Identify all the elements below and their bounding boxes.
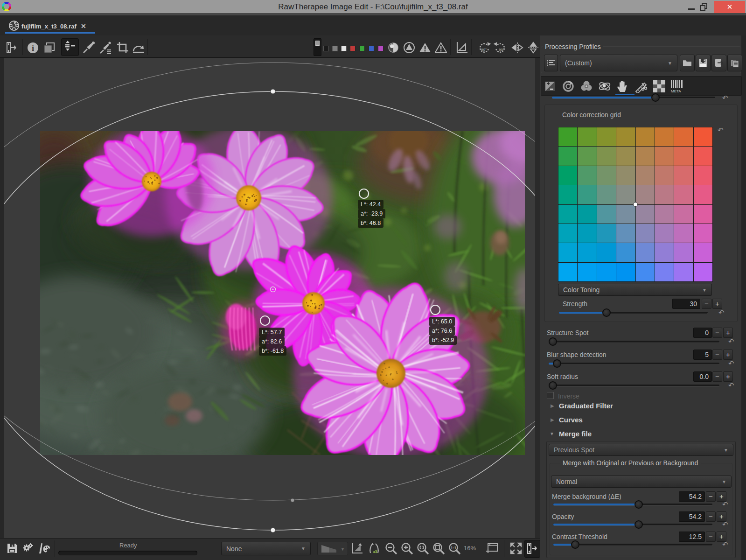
svg-text:1:1: 1:1 — [451, 546, 457, 550]
svg-text:i: i — [32, 43, 34, 52]
svg-text:90°: 90° — [481, 48, 487, 52]
svg-text:META: META — [671, 89, 681, 93]
svg-text:90°: 90° — [499, 48, 504, 52]
